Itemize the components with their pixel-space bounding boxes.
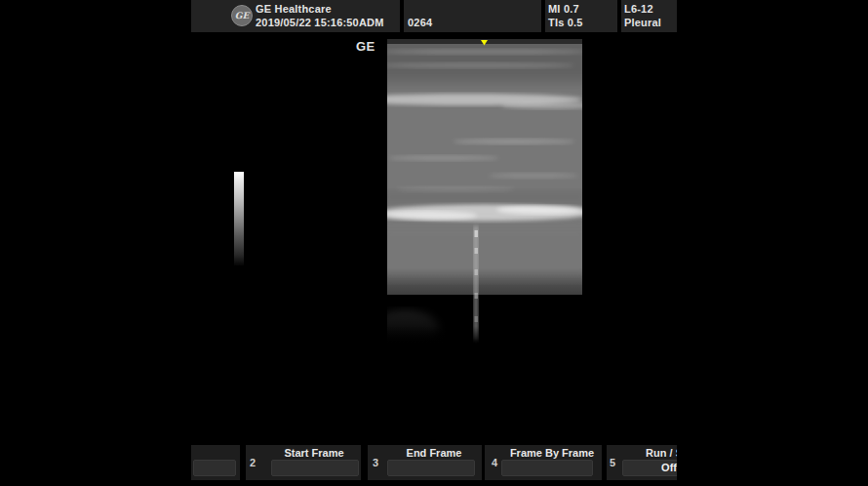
statusbar-divider (617, 0, 621, 32)
softkey-label: Start Frame (269, 447, 359, 459)
softkey-seg-5: 5 Run / S Off (607, 445, 677, 480)
ultrasound-screen: GE GE Healthcare 2019/05/22 15:16:50ADM … (0, 0, 868, 486)
probe-label: L6-12 (624, 3, 653, 15)
softkey-seg-4: 4 Frame By Frame (485, 445, 602, 480)
softkey-number: 4 (492, 457, 497, 468)
softkey-button-frame-by-frame[interactable] (501, 460, 593, 476)
mi-value: MI 0.7 (548, 3, 579, 15)
ge-logo-icon: GE (231, 5, 253, 26)
status-bar: GE GE Healthcare 2019/05/22 15:16:50ADM … (191, 0, 677, 32)
softkey-label: End Frame (389, 447, 479, 459)
softkey-seg-3: 3 End Frame (368, 445, 482, 480)
softkey-button-1[interactable] (193, 460, 236, 476)
ultrasound-render (387, 39, 582, 344)
softkey-label: Run / S (624, 447, 677, 459)
softkey-seg-2: 2 Start Frame (246, 445, 361, 480)
statusbar-divider (541, 0, 545, 32)
ultrasound-image (387, 39, 582, 344)
softkey-label: Frame By Frame (506, 447, 598, 459)
tis-value: TIs 0.5 (548, 17, 583, 28)
softkey-seg-1 (191, 445, 240, 480)
softkey-number: 2 (250, 457, 256, 468)
ge-watermark: GE (356, 39, 379, 54)
content-area: GE GE Healthcare 2019/05/22 15:16:50ADM … (191, 0, 677, 486)
preset-label: Pleural (624, 17, 661, 28)
datetime-label: 2019/05/22 15:16:50ADM (256, 17, 384, 28)
exam-id-label: 0264 (408, 17, 432, 28)
softkey-button-end-frame[interactable] (387, 460, 475, 476)
softkey-button-run-stop[interactable]: Off (622, 460, 677, 476)
softkey-panel: 2 Start Frame 3 End Frame 4 Frame By Fra… (191, 445, 677, 480)
grayscale-bar (234, 172, 244, 265)
softkey-button-start-frame[interactable] (271, 460, 359, 476)
statusbar-divider (400, 0, 404, 32)
softkey-number: 5 (610, 457, 615, 468)
b-line-artifact (474, 226, 478, 342)
brand-label: GE Healthcare (256, 3, 332, 15)
softkey-number: 3 (373, 457, 378, 468)
